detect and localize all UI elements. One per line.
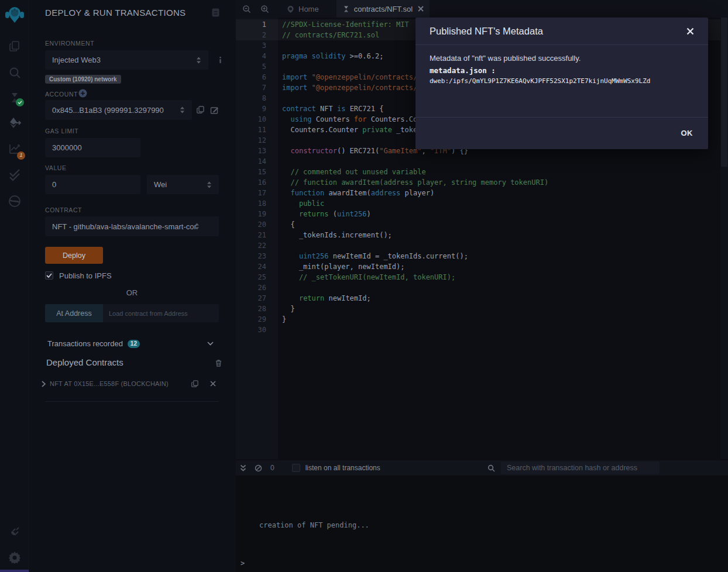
code-line: 22 xyxy=(236,240,728,251)
line-number: 11 xyxy=(236,125,278,135)
code-text: contract NFT is ERC721 { xyxy=(278,104,383,114)
account-label: ACCOUNT xyxy=(45,91,78,98)
caret-updown-icon xyxy=(194,222,200,230)
value-unit-select[interactable]: Wei xyxy=(147,175,219,194)
line-number: 5 xyxy=(236,61,278,72)
line-number: 18 xyxy=(236,198,278,209)
home-tab-label: Home xyxy=(298,5,319,13)
modal-close-icon[interactable] xyxy=(686,27,694,35)
modal-message: Metadata of "nft" was published successf… xyxy=(430,54,694,63)
gas-limit-input[interactable] xyxy=(45,138,140,157)
chevron-down-icon[interactable] xyxy=(207,342,214,346)
line-number: 29 xyxy=(236,314,278,325)
line-number: 1 xyxy=(236,19,278,30)
terminal-output[interactable]: creation of NFT pending... > xyxy=(236,475,728,572)
published-metadata-modal: Published NFT's Metadata Metadata of "nf… xyxy=(415,18,708,149)
environment-select[interactable]: Injected Web3 xyxy=(45,50,208,70)
terminal-collapse-icon[interactable] xyxy=(239,464,247,472)
modal-ok-button[interactable]: OK xyxy=(681,129,693,137)
expand-chevron-icon[interactable] xyxy=(42,381,46,387)
code-text: } xyxy=(278,304,295,314)
listen-transactions-label: listen on all transactions xyxy=(305,464,380,472)
analytics-badge: 1 xyxy=(17,151,25,160)
network-badge: Custom (10920) network xyxy=(45,75,121,84)
close-tab-icon[interactable] xyxy=(418,6,424,12)
home-tab-icon xyxy=(287,5,294,13)
value-input[interactable] xyxy=(45,175,140,194)
remove-contract-icon[interactable] xyxy=(210,381,216,387)
line-number: 28 xyxy=(236,304,278,314)
contract-select[interactable]: NFT - github/ava-labs/avalanche-smart-co… xyxy=(45,216,219,236)
code-line: 30 xyxy=(236,325,728,335)
remix-logo xyxy=(5,5,25,25)
line-number: 8 xyxy=(236,93,278,104)
transactions-recorded-label: Transactions recorded xyxy=(47,339,123,348)
deploy-run-icon[interactable] xyxy=(8,116,22,130)
modal-metadata-filename: metadata.json : xyxy=(430,66,694,75)
at-address-button[interactable]: At Address xyxy=(45,304,103,322)
line-number: 10 xyxy=(236,114,278,125)
line-number: 12 xyxy=(236,135,278,146)
terminal-search-group xyxy=(487,461,660,474)
file-explorer-icon[interactable] xyxy=(8,39,22,53)
plugin-manager-icon[interactable] xyxy=(8,525,22,539)
solidity-file-icon xyxy=(342,5,350,13)
terminal-search-input[interactable] xyxy=(501,461,660,474)
tab-home[interactable]: Home xyxy=(281,0,325,18)
tab-nft-sol[interactable]: contracts/NFT.sol xyxy=(336,0,430,18)
copy-address-icon[interactable] xyxy=(191,380,199,388)
line-number: 22 xyxy=(236,240,278,251)
copy-account-icon[interactable] xyxy=(196,105,205,114)
add-account-icon[interactable] xyxy=(78,89,87,98)
zoom-in-icon[interactable] xyxy=(260,5,269,13)
at-address-group: At Address xyxy=(45,304,219,322)
settings-icon[interactable] xyxy=(8,550,22,564)
account-select[interactable]: 0x845...B1aB3 (999991.3297990 xyxy=(45,100,192,120)
unit-testing-icon[interactable] xyxy=(8,168,22,182)
zoom-out-icon[interactable] xyxy=(242,5,251,13)
code-text: Counters.Counter private _tokenIds; xyxy=(278,125,438,135)
deployed-contract-row[interactable]: NFT AT 0X15E...E558F (BLOCKCHAIN) xyxy=(42,380,219,388)
or-separator: OR xyxy=(45,288,219,297)
line-number: 13 xyxy=(236,146,278,156)
clear-console-icon[interactable] xyxy=(255,464,262,472)
caret-updown-icon xyxy=(207,181,212,189)
code-text: pragma solidity >=0.6.2; xyxy=(278,51,383,61)
terminal-log: creation of NFT pending... xyxy=(259,521,369,529)
code-text xyxy=(278,156,282,167)
terminal-prompt: > xyxy=(241,559,245,567)
scrollbar-thumb[interactable] xyxy=(721,18,727,167)
code-line: 16 // function awardItem(address player,… xyxy=(236,177,728,188)
publish-ipfs-checkbox[interactable] xyxy=(45,271,53,280)
trash-icon[interactable] xyxy=(214,359,223,367)
pending-tx-count: 0 xyxy=(270,464,274,472)
line-number: 4 xyxy=(236,51,278,61)
editor-scrollbar[interactable] xyxy=(720,18,728,459)
line-number: 21 xyxy=(236,230,278,240)
panel-divider xyxy=(45,401,219,402)
deploy-button[interactable]: Deploy xyxy=(45,247,103,264)
publish-ipfs-label: Publish to IPFS xyxy=(59,271,112,280)
environment-info-icon[interactable] xyxy=(216,56,225,64)
listen-transactions-checkbox[interactable] xyxy=(292,464,300,472)
line-number: 27 xyxy=(236,293,278,304)
code-line: 17 function awardItem(address player) xyxy=(236,188,728,198)
code-line: 18 public xyxy=(236,198,728,209)
remix-app: 1 DEPLOY & RUN TRANSACTIONS ENVIRONMENT … xyxy=(0,0,728,572)
contract-value: NFT - github/ava-labs/avalanche-smart-co… xyxy=(52,222,197,231)
code-text xyxy=(278,135,282,146)
code-text: return newItemId; xyxy=(278,293,371,304)
code-line: 14 xyxy=(236,156,728,167)
code-text: { xyxy=(278,219,295,230)
edit-account-icon[interactable] xyxy=(210,106,219,115)
transactions-recorded-row[interactable]: Transactions recorded 12 xyxy=(45,339,219,348)
search-icon[interactable] xyxy=(8,66,22,80)
code-text xyxy=(278,240,282,251)
code-text: // function awardItem(address player, st… xyxy=(278,177,548,188)
debugger-icon[interactable] xyxy=(8,194,22,208)
at-address-input[interactable] xyxy=(103,304,219,322)
line-number: 3 xyxy=(236,40,278,51)
documentation-icon[interactable] xyxy=(211,8,220,18)
editor-tabbar: Home contracts/NFT.sol xyxy=(236,0,728,18)
analytics-badge-count: 1 xyxy=(17,152,25,158)
